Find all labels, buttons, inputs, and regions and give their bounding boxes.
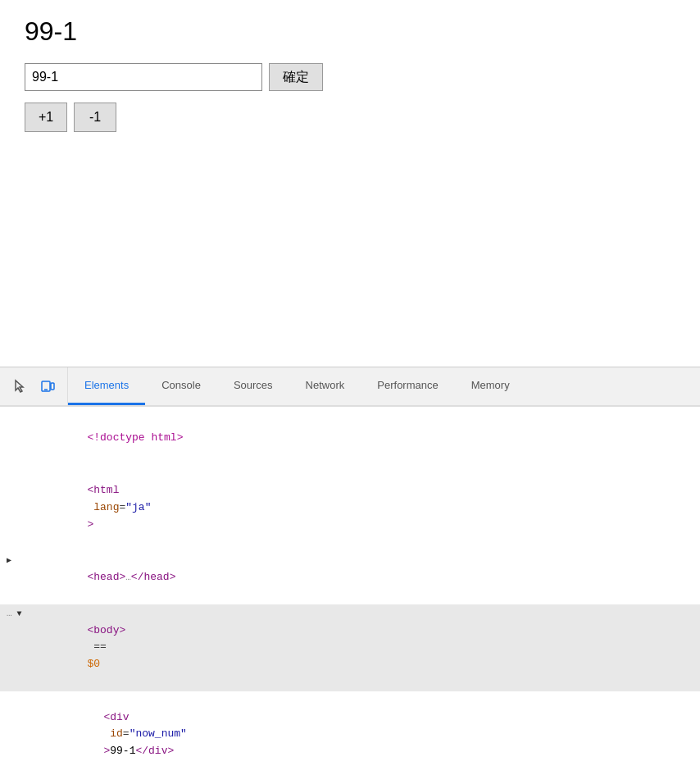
device-toolbar-icon[interactable] bbox=[36, 375, 59, 398]
tab-elements[interactable]: Elements bbox=[68, 367, 145, 405]
devtools-toolbar: Elements Console Sources Network Perform… bbox=[0, 367, 700, 407]
svg-rect-1 bbox=[51, 383, 54, 390]
code-line-3[interactable]: ▶ <head>…</head> bbox=[0, 551, 700, 604]
code-line-2: <html lang="ja" > bbox=[0, 464, 700, 551]
devtools-panel: Elements Console Sources Network Perform… bbox=[0, 367, 700, 766]
dots-indicator: … bbox=[7, 607, 12, 622]
code-line-4[interactable]: … ▼ <body> == $0 bbox=[0, 604, 700, 691]
input-row: 確定 bbox=[25, 63, 675, 91]
code-line-1: <!doctype html> bbox=[0, 412, 700, 464]
tab-console[interactable]: Console bbox=[145, 367, 217, 405]
tab-performance[interactable]: Performance bbox=[361, 367, 454, 405]
plus-one-button[interactable]: +1 bbox=[25, 103, 67, 132]
confirm-button[interactable]: 確定 bbox=[269, 63, 323, 91]
doctype-text: <!doctype html> bbox=[87, 431, 183, 444]
counter-buttons: +1 -1 bbox=[25, 103, 675, 132]
tab-network[interactable]: Network bbox=[289, 367, 361, 405]
total-input[interactable] bbox=[25, 63, 262, 91]
page-preview: 99-1 確定 +1 -1 bbox=[0, 0, 700, 367]
page-title: 99-1 bbox=[25, 16, 675, 47]
tab-memory[interactable]: Memory bbox=[455, 367, 526, 405]
devtools-tabs: Elements Console Sources Network Perform… bbox=[68, 367, 700, 405]
elements-panel[interactable]: <!doctype html> <html lang="ja" > ▶ <hea… bbox=[0, 407, 700, 766]
expand-body-arrow: ▼ bbox=[12, 608, 22, 621]
devtools-icon-group bbox=[0, 367, 68, 405]
code-line-5[interactable]: <div id="now_num" >99-1</div> bbox=[0, 691, 700, 766]
inspect-icon[interactable] bbox=[8, 375, 31, 398]
tab-sources[interactable]: Sources bbox=[217, 367, 289, 405]
minus-one-button[interactable]: -1 bbox=[74, 103, 116, 132]
expand-head-arrow: ▶ bbox=[7, 554, 11, 568]
dollar-zero: $0 bbox=[87, 658, 100, 670]
